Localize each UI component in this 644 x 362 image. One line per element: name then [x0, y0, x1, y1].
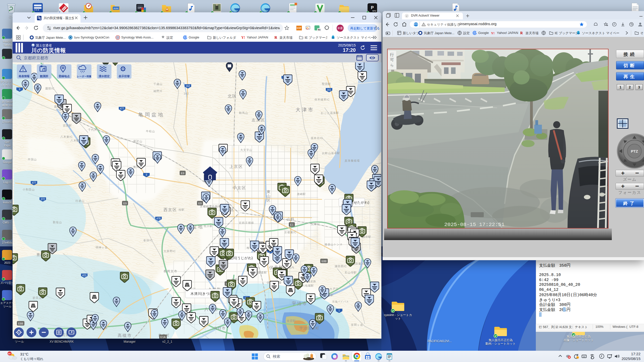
svg-text:162: 162	[186, 85, 190, 87]
svg-text:明神ヶ岳: 明神ヶ岳	[96, 246, 108, 249]
svg-text:北区: 北区	[228, 94, 237, 98]
svg-text:京滋バイパス: 京滋バイパス	[332, 300, 349, 303]
svg-text:E88: E88	[321, 260, 327, 263]
svg-text:六地蔵駅: 六地蔵駅	[302, 284, 314, 287]
svg-text:千代川IC: 千代川IC	[88, 128, 100, 131]
svg-text:長岡京市: 長岡京市	[164, 269, 178, 273]
svg-text:八木駅: 八木駅	[70, 139, 79, 142]
svg-text:E9: E9	[181, 172, 184, 175]
svg-text:高槻市: 高槻市	[118, 333, 132, 338]
svg-text:E1A: E1A	[160, 336, 166, 339]
svg-text:細野川: 細野川	[153, 89, 163, 93]
svg-text:西京区: 西京区	[164, 208, 177, 212]
svg-text:P: P	[371, 5, 374, 10]
svg-text:吉富駅: 吉富駅	[63, 124, 72, 127]
svg-text:表示切替: 表示切替	[118, 75, 130, 78]
svg-text:山: 山	[267, 194, 270, 198]
svg-text:Ackie: Ackie	[113, 7, 118, 10]
svg-text:477: 477	[120, 107, 124, 110]
svg-text:162: 162	[184, 92, 189, 95]
svg-text:発表情報: 発表情報	[18, 75, 30, 78]
svg-text:近鉄京都線: 近鉄京都線	[239, 221, 254, 224]
svg-text:桂川駅: 桂川駅	[204, 224, 213, 228]
svg-text:園部IC: 園部IC	[45, 87, 55, 90]
svg-text:向日市: 向日市	[214, 326, 226, 330]
svg-text:大文字山: 大文字山	[240, 148, 252, 151]
svg-text:Y!: Y!	[241, 36, 245, 39]
svg-text:山科: 山科	[287, 217, 295, 221]
svg-text:石山寺駅: 石山寺駅	[345, 271, 357, 274]
svg-text:R: R	[520, 31, 523, 35]
svg-text:桂駅: 桂駅	[178, 208, 185, 211]
svg-text:PTZ: PTZ	[631, 149, 638, 153]
svg-text:9: 9	[146, 173, 147, 176]
svg-text:愛宕山: 愛宕山	[133, 140, 142, 143]
svg-text:161: 161	[327, 88, 331, 91]
svg-text:423: 423	[82, 274, 87, 277]
svg-text:区: 区	[267, 198, 270, 202]
svg-text:浸水想定: 浸水想定	[98, 75, 110, 78]
svg-text:上京区: 上京区	[229, 164, 243, 169]
svg-text:R: R	[274, 35, 277, 39]
svg-text:レーダー雨量: レーダー雨量	[77, 75, 92, 78]
svg-text:歌垣山: 歌垣山	[53, 221, 62, 224]
svg-text:372: 372	[41, 198, 45, 201]
svg-text:鞍馬山: 鞍馬山	[239, 111, 248, 114]
svg-text:仰木雄琴IC: 仰木雄琴IC	[314, 98, 330, 101]
svg-text:大津IC: 大津IC	[311, 223, 320, 226]
svg-text:宇治田原町: 宇治田原町	[299, 326, 319, 330]
svg-text:NT2: NT2	[372, 10, 376, 12]
svg-text:9+: 9+	[8, 352, 11, 355]
svg-text:東: 東	[267, 190, 271, 194]
svg-text:真珠養殖場: 真珠養殖場	[345, 159, 360, 162]
svg-text:大津市: 大津市	[296, 107, 314, 112]
svg-text:半国山: 半国山	[28, 158, 37, 161]
svg-text:観測所: 観測所	[40, 75, 48, 78]
svg-text:大戸川: 大戸川	[330, 287, 339, 290]
svg-text:小和田山: 小和田山	[22, 188, 35, 191]
svg-text:笹間ヶ岳: 笹間ヶ岳	[351, 323, 363, 326]
svg-text:E88: E88	[18, 322, 23, 325]
svg-text:沓掛IC: 沓掛IC	[143, 239, 153, 242]
svg-text:坂本北IC: 坂本北IC	[311, 137, 323, 140]
svg-text:牛松山: 牛松山	[146, 130, 155, 133]
svg-text:登録地点: 登録地点	[58, 75, 70, 78]
svg-text:逢坂山トンネ: 逢坂山トンネ	[325, 243, 343, 246]
svg-text:9: 9	[19, 88, 20, 91]
svg-text:大原野IC: 大原野IC	[164, 250, 176, 253]
svg-text:京都東IC: 京都東IC	[284, 231, 297, 234]
svg-text:e: e	[406, 14, 408, 17]
svg-text:亀岡盆地: 亀岡盆地	[138, 112, 165, 117]
svg-text:堅田駅: 堅田駅	[322, 82, 331, 85]
svg-text:E9: E9	[123, 202, 127, 205]
svg-text:E9: E9	[204, 228, 207, 231]
svg-text:亀岡盆地: 亀岡盆地	[38, 208, 39, 209]
svg-text:行者山: 行者山	[75, 199, 85, 202]
svg-text:八木東IC: 八木東IC	[60, 135, 73, 138]
svg-text:Y!: Y!	[491, 31, 495, 35]
svg-text:黄檗駅: 黄檗駅	[287, 319, 296, 322]
svg-text:477: 477	[32, 182, 36, 184]
svg-text:おごと温泉駅: おごと温泉駅	[321, 111, 339, 114]
svg-text:E1: E1	[290, 223, 293, 226]
svg-text:中京区: 中京区	[233, 186, 246, 190]
svg-text:E9: E9	[198, 202, 202, 205]
svg-text:比叡山坂本駅: 比叡山坂本駅	[322, 152, 340, 155]
svg-text:1: 1	[338, 309, 340, 312]
svg-text:瀬田西IC: 瀬田西IC	[335, 265, 347, 268]
svg-text:478: 478	[156, 217, 161, 220]
svg-text:唐崎駅: 唐崎駅	[297, 193, 306, 196]
svg-text:宇治市: 宇治市	[292, 301, 308, 306]
svg-text:千歳山: 千歳山	[153, 82, 163, 85]
